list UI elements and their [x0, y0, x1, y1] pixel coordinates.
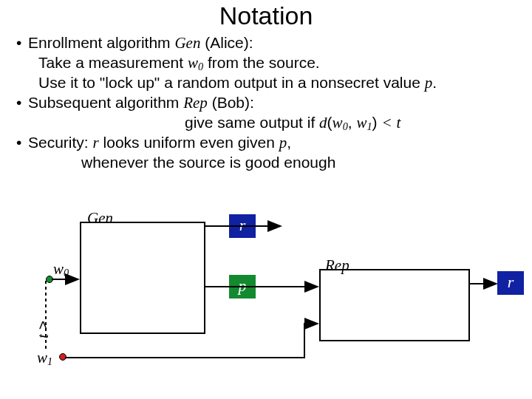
bullet-2: Subsequent algorithm Rep (Bob):: [16, 93, 526, 113]
text: Take a measurement: [38, 54, 183, 71]
var-p: p: [425, 74, 433, 92]
text: ,: [348, 114, 352, 131]
text: ,: [287, 134, 291, 151]
bullet-3-line2: whenever the source is good enough: [81, 153, 526, 173]
text: Enrollment algorithm: [28, 34, 171, 51]
var-w0: w0: [188, 54, 203, 72]
var-w0b: w0: [332, 114, 348, 132]
text: .: [432, 74, 437, 91]
var-t: t: [396, 114, 400, 132]
text: give same output if: [185, 114, 315, 131]
bullet-1-line2: Take a measurement w0 from the source.: [38, 53, 526, 73]
diagram: Gen Rep r p r w0 w1 t >: [0, 207, 532, 392]
bullet-list: Enrollment algorithm Gen (Alice): Take a…: [0, 33, 532, 173]
text: Security:: [28, 134, 89, 151]
text: whenever the source is good enough: [81, 154, 335, 171]
bullet-3: Security: r looks uniform even given p,: [16, 133, 526, 153]
var-r: r: [93, 134, 99, 151]
bullet-1: Enrollment algorithm Gen (Alice):: [16, 33, 526, 53]
text: Use it to "lock up" a random output in a…: [38, 74, 420, 91]
text: (Bob):: [212, 94, 254, 111]
text: (: [327, 114, 332, 131]
var-rep: Rep: [183, 94, 208, 112]
text: (Alice):: [205, 34, 253, 51]
bullet-1-line3: Use it to "lock up" a random output in a…: [38, 73, 526, 93]
text: ): [372, 114, 378, 131]
diagram-arrows: [0, 207, 532, 392]
var-d: d: [319, 114, 327, 132]
var-gen: Gen: [174, 34, 200, 52]
text: Subsequent algorithm: [28, 94, 179, 111]
text: from the source.: [208, 54, 320, 71]
slide-title: Notation: [0, 1, 532, 30]
lt: <: [381, 114, 392, 132]
var-w1: w1: [356, 114, 372, 132]
var-p2: p: [279, 134, 287, 151]
text: looks uniform even given: [103, 134, 275, 151]
bullet-2-line2: give same output if d(w0, w1) < t: [185, 113, 526, 133]
